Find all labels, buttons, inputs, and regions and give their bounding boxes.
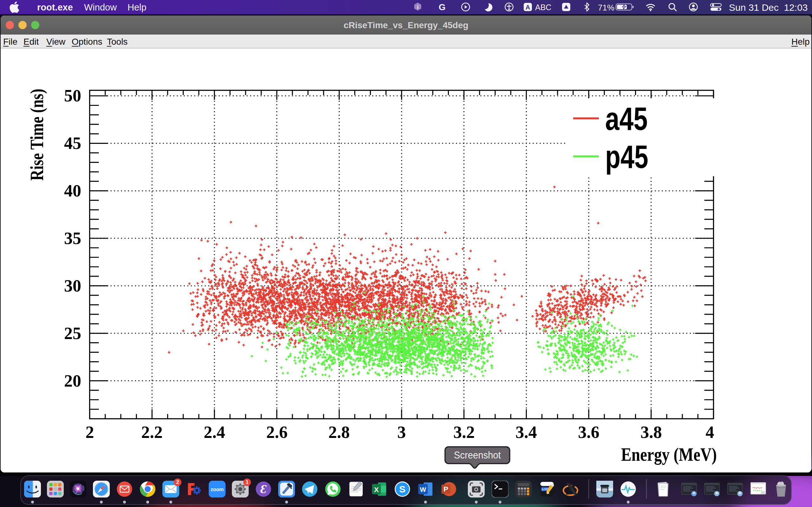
svg-text:Energy (MeV): Energy (MeV) [621, 444, 717, 465]
svg-text:a45: a45 [605, 101, 648, 137]
svg-text:25: 25 [64, 324, 81, 343]
svg-text:3: 3 [397, 423, 406, 442]
svg-text:2.8: 2.8 [328, 423, 350, 442]
svg-text:W: W [420, 486, 426, 493]
svg-text:35: 35 [64, 229, 81, 248]
svg-text:2.2: 2.2 [141, 423, 163, 442]
svg-text:40: 40 [64, 181, 81, 200]
svg-text:Ɛ: Ɛ [260, 483, 267, 496]
svg-text:30: 30 [64, 276, 81, 295]
svg-text:4: 4 [706, 423, 714, 442]
svg-text:Rise Time (ns): Rise Time (ns) [26, 89, 47, 181]
svg-text:2: 2 [86, 423, 94, 442]
svg-text:Screenshot: Screenshot [454, 450, 501, 461]
svg-text:50: 50 [64, 86, 81, 105]
svg-text:20: 20 [64, 372, 81, 390]
svg-text:P: P [444, 485, 448, 493]
svg-text:45: 45 [64, 134, 81, 153]
svg-text:S: S [399, 484, 406, 494]
svg-text:i: i [417, 4, 419, 10]
svg-text:A: A [525, 4, 530, 11]
svg-text:2.6: 2.6 [266, 423, 288, 442]
svg-text:3.8: 3.8 [641, 423, 662, 442]
svg-text:G: G [439, 2, 446, 12]
svg-text:X: X [374, 486, 379, 494]
svg-text:p45: p45 [605, 139, 648, 175]
svg-text:3.4: 3.4 [515, 423, 537, 442]
svg-text:3.6: 3.6 [578, 423, 600, 442]
svg-text:2.4: 2.4 [204, 423, 225, 442]
svg-text:3.2: 3.2 [453, 423, 475, 442]
svg-text:zoom: zoom [211, 487, 223, 492]
